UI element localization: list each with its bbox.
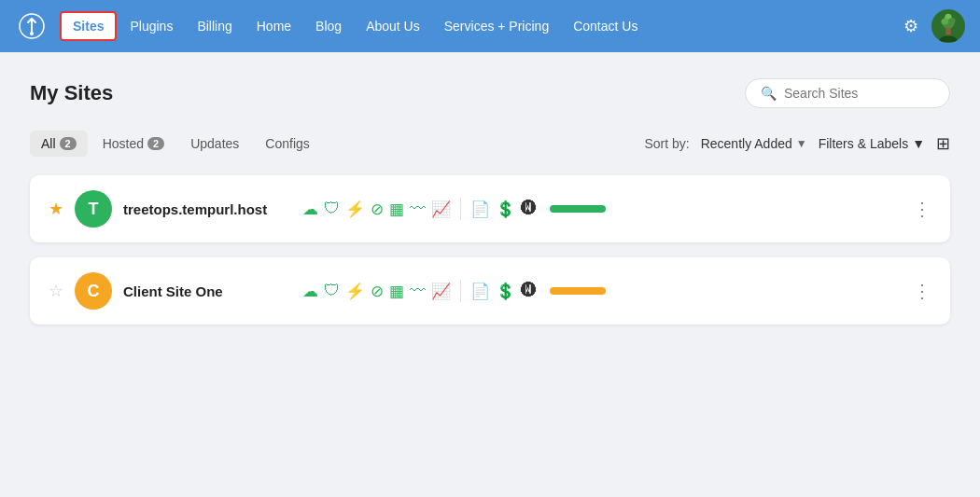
page-header: My Sites 🔍 bbox=[30, 78, 950, 108]
header: Sites Plugins Billing Home Blog About Us… bbox=[0, 0, 980, 52]
divider bbox=[460, 198, 461, 220]
stack-icon[interactable]: ⊘ bbox=[371, 200, 384, 219]
pages-icon[interactable]: 📄 bbox=[470, 200, 490, 219]
site-more-menu[interactable]: ⋮ bbox=[913, 198, 931, 220]
site-tools: ☁ 🛡 ⚡ ⊘ ▦ 〰 📈 📄 💲 🅦 bbox=[302, 198, 894, 220]
search-icon: 🔍 bbox=[761, 86, 777, 101]
svg-point-1 bbox=[30, 32, 34, 35]
svg-rect-8 bbox=[945, 28, 951, 35]
stack-icon[interactable]: ⊘ bbox=[371, 282, 384, 301]
grid-icon[interactable]: ▦ bbox=[389, 282, 404, 301]
nav-services[interactable]: Services + Pricing bbox=[433, 13, 560, 39]
hosted-badge: 2 bbox=[147, 137, 164, 150]
sort-value: Recently Added bbox=[701, 136, 792, 151]
chart-icon[interactable]: 📈 bbox=[431, 282, 451, 301]
site-card: ☆ C Client Site One ☁ 🛡 ⚡ ⊘ ▦ 〰 📈 📄 💲 🅦 … bbox=[30, 257, 950, 324]
site-more-menu[interactable]: ⋮ bbox=[913, 280, 931, 302]
chart-icon[interactable]: 📈 bbox=[431, 200, 451, 219]
user-avatar[interactable] bbox=[931, 9, 965, 43]
site-avatar: T bbox=[75, 190, 112, 228]
divider bbox=[460, 280, 461, 302]
sort-label: Sort by: bbox=[644, 136, 689, 151]
svg-point-7 bbox=[945, 14, 952, 20]
main-nav: Sites Plugins Billing Home Blog About Us… bbox=[60, 11, 649, 41]
shield-icon[interactable]: 🛡 bbox=[324, 200, 340, 218]
nav-sites[interactable]: Sites bbox=[60, 11, 117, 41]
pages-icon[interactable]: 📄 bbox=[470, 282, 490, 301]
site-avatar: C bbox=[75, 272, 112, 310]
nav-blog[interactable]: Blog bbox=[304, 13, 353, 39]
filter-hosted[interactable]: Hosted 2 bbox=[91, 131, 175, 157]
billing-icon[interactable]: 💲 bbox=[496, 282, 515, 301]
nav-home[interactable]: Home bbox=[245, 13, 302, 39]
cloud-icon[interactable]: ☁ bbox=[302, 200, 318, 219]
nav-contact[interactable]: Contact Us bbox=[562, 13, 649, 39]
site-tools: ☁ 🛡 ⚡ ⊘ ▦ 〰 📈 📄 💲 🅦 bbox=[302, 280, 894, 302]
main-content: My Sites 🔍 All 2 Hosted 2 Updates Config… bbox=[0, 52, 980, 366]
filters-chevron-icon: ▼ bbox=[912, 136, 925, 151]
svg-point-5 bbox=[941, 19, 948, 25]
search-box[interactable]: 🔍 bbox=[745, 78, 950, 108]
logo[interactable] bbox=[15, 9, 49, 43]
site-status-indicator bbox=[550, 205, 606, 213]
site-status-indicator bbox=[550, 287, 606, 295]
activity-icon[interactable]: 〰 bbox=[410, 200, 426, 218]
filter-bar: All 2 Hosted 2 Updates Configs Sort by: … bbox=[30, 131, 950, 157]
site-star[interactable]: ★ bbox=[49, 199, 63, 219]
nav-billing[interactable]: Billing bbox=[186, 13, 243, 39]
sort-group: Sort by: Recently Added ▼ Filters & Labe… bbox=[644, 133, 950, 154]
filter-configs[interactable]: Configs bbox=[254, 131, 320, 157]
filter-all[interactable]: All 2 bbox=[30, 131, 88, 157]
site-name[interactable]: Client Site One bbox=[123, 283, 291, 299]
cloud-icon[interactable]: ☁ bbox=[302, 282, 318, 301]
shield-icon[interactable]: 🛡 bbox=[324, 282, 340, 300]
grid-icon[interactable]: ▦ bbox=[389, 200, 404, 219]
bolt-icon[interactable]: ⚡ bbox=[345, 200, 365, 219]
nav-plugins[interactable]: Plugins bbox=[119, 13, 184, 39]
page-title: My Sites bbox=[30, 81, 113, 105]
settings-icon[interactable]: ⚙ bbox=[894, 9, 928, 43]
site-star[interactable]: ☆ bbox=[49, 281, 63, 301]
search-input[interactable] bbox=[784, 86, 934, 101]
bolt-icon[interactable]: ⚡ bbox=[345, 282, 365, 301]
all-badge: 2 bbox=[60, 137, 77, 150]
filters-labels-dropdown[interactable]: Filters & Labels ▼ bbox=[819, 136, 925, 151]
activity-icon[interactable]: 〰 bbox=[410, 282, 426, 300]
filter-updates[interactable]: Updates bbox=[179, 131, 250, 157]
wordpress-icon[interactable]: 🅦 bbox=[521, 282, 537, 300]
site-card: ★ T treetops.tempurl.host ☁ 🛡 ⚡ ⊘ ▦ 〰 📈 … bbox=[30, 175, 950, 242]
billing-icon[interactable]: 💲 bbox=[496, 200, 515, 219]
nav-about[interactable]: About Us bbox=[355, 13, 431, 39]
site-name[interactable]: treetops.tempurl.host bbox=[123, 201, 291, 217]
sort-chevron-icon: ▼ bbox=[796, 137, 807, 150]
filters-label: Filters & Labels bbox=[819, 136, 908, 151]
grid-toggle-icon[interactable]: ⊞ bbox=[936, 133, 950, 154]
sort-dropdown[interactable]: Recently Added ▼ bbox=[701, 136, 807, 151]
wordpress-icon[interactable]: 🅦 bbox=[521, 200, 537, 218]
